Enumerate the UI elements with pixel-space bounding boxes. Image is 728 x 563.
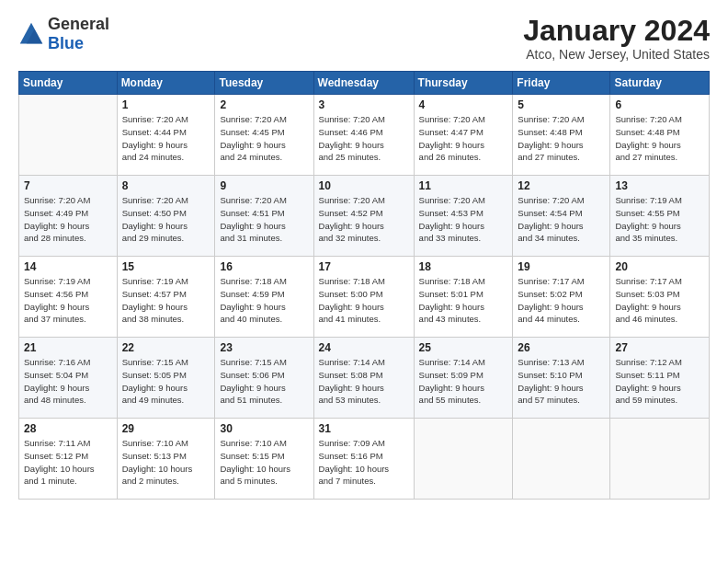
calendar-cell: 11Sunrise: 7:20 AMSunset: 4:53 PMDayligh… [414,176,513,257]
calendar-title: January 2024 [523,15,710,47]
day-info: Sunrise: 7:19 AMSunset: 4:56 PMDaylight:… [24,275,112,326]
calendar-cell: 5Sunrise: 7:20 AMSunset: 4:48 PMDaylight… [513,95,610,176]
day-number: 20 [615,260,704,273]
calendar-cell: 17Sunrise: 7:18 AMSunset: 5:00 PMDayligh… [313,257,414,338]
day-info: Sunrise: 7:18 AMSunset: 5:01 PMDaylight:… [419,275,508,326]
day-number: 28 [24,422,112,435]
calendar-cell: 28Sunrise: 7:11 AMSunset: 5:12 PMDayligh… [19,419,118,500]
day-number: 8 [122,179,210,192]
calendar-cell: 21Sunrise: 7:16 AMSunset: 5:04 PMDayligh… [19,338,118,419]
calendar-cell: 29Sunrise: 7:10 AMSunset: 5:13 PMDayligh… [117,419,215,500]
day-info: Sunrise: 7:18 AMSunset: 5:00 PMDaylight:… [319,275,409,326]
day-number: 6 [615,98,704,111]
day-number: 18 [419,260,508,273]
calendar-cell: 1Sunrise: 7:20 AMSunset: 4:44 PMDaylight… [117,95,215,176]
day-info: Sunrise: 7:20 AMSunset: 4:46 PMDaylight:… [319,113,409,164]
week-row-2: 14Sunrise: 7:19 AMSunset: 4:56 PMDayligh… [19,257,710,338]
weekday-tuesday: Tuesday [215,72,313,95]
day-info: Sunrise: 7:17 AMSunset: 5:03 PMDaylight:… [615,275,704,326]
calendar-cell: 18Sunrise: 7:18 AMSunset: 5:01 PMDayligh… [414,257,513,338]
day-info: Sunrise: 7:12 AMSunset: 5:11 PMDaylight:… [615,356,704,407]
calendar-cell: 10Sunrise: 7:20 AMSunset: 4:52 PMDayligh… [313,176,414,257]
weekday-thursday: Thursday [414,72,513,95]
day-info: Sunrise: 7:10 AMSunset: 5:15 PMDaylight:… [220,437,308,488]
weekday-header-row: SundayMondayTuesdayWednesdayThursdayFrid… [19,72,710,95]
day-number: 5 [518,98,605,111]
calendar-cell: 13Sunrise: 7:19 AMSunset: 4:55 PMDayligh… [610,176,710,257]
week-row-1: 7Sunrise: 7:20 AMSunset: 4:49 PMDaylight… [19,176,710,257]
calendar-cell: 12Sunrise: 7:20 AMSunset: 4:54 PMDayligh… [513,176,610,257]
week-row-0: 1Sunrise: 7:20 AMSunset: 4:44 PMDaylight… [19,95,710,176]
day-info: Sunrise: 7:09 AMSunset: 5:16 PMDaylight:… [319,437,409,488]
day-number: 12 [518,179,605,192]
day-info: Sunrise: 7:10 AMSunset: 5:13 PMDaylight:… [122,437,210,488]
day-info: Sunrise: 7:13 AMSunset: 5:10 PMDaylight:… [518,356,605,407]
day-number: 10 [319,179,409,192]
calendar-cell: 23Sunrise: 7:15 AMSunset: 5:06 PMDayligh… [215,338,313,419]
day-number: 19 [518,260,605,273]
day-info: Sunrise: 7:20 AMSunset: 4:45 PMDaylight:… [220,113,308,164]
logo: General Blue [18,15,109,53]
page: General Blue January 2024 Atco, New Jers… [0,0,728,563]
day-number: 15 [122,260,210,273]
logo-text: General Blue [48,15,109,53]
day-info: Sunrise: 7:11 AMSunset: 5:12 PMDaylight:… [24,437,112,488]
day-info: Sunrise: 7:14 AMSunset: 5:08 PMDaylight:… [319,356,409,407]
title-block: January 2024 Atco, New Jersey, United St… [523,15,710,62]
day-number: 7 [24,179,112,192]
day-info: Sunrise: 7:14 AMSunset: 5:09 PMDaylight:… [419,356,508,407]
day-info: Sunrise: 7:19 AMSunset: 4:57 PMDaylight:… [122,275,210,326]
calendar-cell: 6Sunrise: 7:20 AMSunset: 4:48 PMDaylight… [610,95,710,176]
day-number: 21 [24,341,112,354]
day-number: 29 [122,422,210,435]
day-number: 27 [615,341,704,354]
calendar-cell: 4Sunrise: 7:20 AMSunset: 4:47 PMDaylight… [414,95,513,176]
day-info: Sunrise: 7:20 AMSunset: 4:49 PMDaylight:… [24,194,112,245]
calendar-cell: 20Sunrise: 7:17 AMSunset: 5:03 PMDayligh… [610,257,710,338]
calendar-cell: 2Sunrise: 7:20 AMSunset: 4:45 PMDaylight… [215,95,313,176]
day-number: 11 [419,179,508,192]
calendar-cell: 8Sunrise: 7:20 AMSunset: 4:50 PMDaylight… [117,176,215,257]
calendar-cell [513,419,610,500]
calendar-cell: 30Sunrise: 7:10 AMSunset: 5:15 PMDayligh… [215,419,313,500]
day-info: Sunrise: 7:15 AMSunset: 5:06 PMDaylight:… [220,356,308,407]
day-info: Sunrise: 7:18 AMSunset: 4:59 PMDaylight:… [220,275,308,326]
day-info: Sunrise: 7:20 AMSunset: 4:51 PMDaylight:… [220,194,308,245]
calendar-cell: 24Sunrise: 7:14 AMSunset: 5:08 PMDayligh… [313,338,414,419]
calendar-cell: 16Sunrise: 7:18 AMSunset: 4:59 PMDayligh… [215,257,313,338]
day-info: Sunrise: 7:20 AMSunset: 4:47 PMDaylight:… [419,113,508,164]
day-number: 24 [319,341,409,354]
day-number: 9 [220,179,308,192]
calendar-cell [19,95,118,176]
calendar-cell: 31Sunrise: 7:09 AMSunset: 5:16 PMDayligh… [313,419,414,500]
day-number: 31 [319,422,409,435]
day-info: Sunrise: 7:20 AMSunset: 4:54 PMDaylight:… [518,194,605,245]
day-info: Sunrise: 7:16 AMSunset: 5:04 PMDaylight:… [24,356,112,407]
day-number: 3 [319,98,409,111]
day-number: 22 [122,341,210,354]
calendar-table: SundayMondayTuesdayWednesdayThursdayFrid… [18,71,710,500]
calendar-cell: 9Sunrise: 7:20 AMSunset: 4:51 PMDaylight… [215,176,313,257]
day-number: 23 [220,341,308,354]
weekday-friday: Friday [513,72,610,95]
calendar-cell: 26Sunrise: 7:13 AMSunset: 5:10 PMDayligh… [513,338,610,419]
weekday-saturday: Saturday [610,72,710,95]
calendar-cell: 27Sunrise: 7:12 AMSunset: 5:11 PMDayligh… [610,338,710,419]
day-number: 16 [220,260,308,273]
day-info: Sunrise: 7:20 AMSunset: 4:48 PMDaylight:… [615,113,704,164]
day-number: 13 [615,179,704,192]
day-number: 1 [122,98,210,111]
week-row-3: 21Sunrise: 7:16 AMSunset: 5:04 PMDayligh… [19,338,710,419]
week-row-4: 28Sunrise: 7:11 AMSunset: 5:12 PMDayligh… [19,419,710,500]
day-number: 4 [419,98,508,111]
day-info: Sunrise: 7:19 AMSunset: 4:55 PMDaylight:… [615,194,704,245]
calendar-cell [414,419,513,500]
day-number: 25 [419,341,508,354]
calendar-cell: 3Sunrise: 7:20 AMSunset: 4:46 PMDaylight… [313,95,414,176]
calendar-subtitle: Atco, New Jersey, United States [523,47,710,62]
calendar-cell: 7Sunrise: 7:20 AMSunset: 4:49 PMDaylight… [19,176,118,257]
day-info: Sunrise: 7:20 AMSunset: 4:48 PMDaylight:… [518,113,605,164]
day-info: Sunrise: 7:20 AMSunset: 4:53 PMDaylight:… [419,194,508,245]
calendar-cell: 25Sunrise: 7:14 AMSunset: 5:09 PMDayligh… [414,338,513,419]
day-number: 2 [220,98,308,111]
